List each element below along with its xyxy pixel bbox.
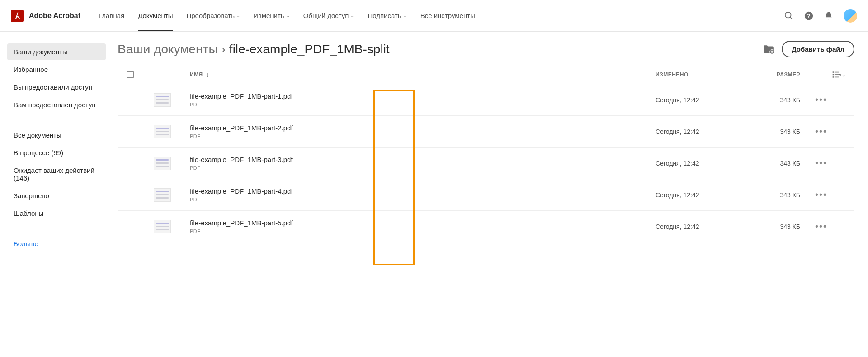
file-type: PDF — [190, 133, 293, 139]
file-name: file-example_PDF_1MB-part-2.pdf — [190, 124, 293, 132]
file-size: 343 КБ — [780, 128, 800, 135]
more-actions-icon[interactable]: ••• — [815, 95, 827, 105]
add-file-button[interactable]: Добавить файл — [782, 41, 854, 57]
brand-name: Adobe Acrobat — [29, 12, 80, 20]
sort-arrow-icon: ↓ — [206, 71, 209, 78]
file-size: 343 КБ — [780, 191, 800, 199]
breadcrumb: Ваши документы › file-example_PDF_1MB-sp… — [118, 42, 390, 57]
topnav-item[interactable]: Подписать⌄ — [368, 0, 406, 31]
breadcrumb-root[interactable]: Ваши документы — [118, 42, 218, 57]
chevron-down-icon: ⌄ — [236, 13, 240, 18]
file-size: 343 КБ — [780, 223, 800, 230]
file-modified: Сегодня, 12:42 — [656, 128, 699, 135]
acrobat-logo-icon — [11, 10, 24, 22]
table-row[interactable]: file-example_PDF_1MB-part-3.pdfPDFСегодн… — [118, 147, 854, 179]
table-row[interactable]: file-example_PDF_1MB-part-5.pdfPDFСегодн… — [118, 210, 854, 242]
svg-rect-13 — [834, 77, 838, 78]
more-actions-icon[interactable]: ••• — [815, 126, 827, 136]
file-size: 343 КБ — [780, 96, 800, 104]
file-type: PDF — [190, 165, 293, 171]
topnav-label: Главная — [99, 12, 124, 19]
topnav-label: Преобразовать — [187, 12, 235, 19]
file-name: file-example_PDF_1MB-part-4.pdf — [190, 187, 293, 195]
topnav-item[interactable]: Преобразовать⌄ — [187, 0, 240, 31]
topnav-label: Все инструменты — [420, 12, 475, 19]
sidebar-item[interactable]: Избранное — [7, 61, 106, 78]
file-thumbnail-icon — [154, 125, 171, 138]
topnav-item[interactable]: Документы — [138, 0, 173, 31]
svg-rect-9 — [834, 72, 838, 73]
topnav-item[interactable]: Главная — [99, 0, 124, 31]
sidebar: Ваши документыИзбранноеВы предоставили д… — [0, 32, 113, 265]
topnav-item[interactable]: Все инструменты — [420, 0, 475, 31]
sidebar-item[interactable]: Вам предоставлен доступ — [7, 96, 106, 113]
sidebar-item[interactable]: Все документы — [7, 127, 106, 143]
sidebar-item[interactable]: Ваши документы — [7, 43, 106, 60]
chevron-down-icon: ⌄ — [350, 13, 354, 18]
sidebar-more-link[interactable]: Больше — [7, 235, 106, 252]
topnav-item[interactable]: Изменить⌄ — [254, 0, 290, 31]
select-all-checkbox[interactable] — [127, 71, 134, 78]
file-type: PDF — [190, 228, 293, 234]
svg-line-1 — [790, 17, 793, 19]
notifications-icon[interactable] — [824, 11, 834, 21]
sidebar-item[interactable]: В процессе (99) — [7, 144, 106, 161]
file-modified: Сегодня, 12:42 — [656, 96, 699, 104]
topnav-label: Документы — [138, 12, 173, 19]
topnav-label: Общий доступ — [303, 12, 349, 19]
file-modified: Сегодня, 12:42 — [656, 191, 699, 199]
more-actions-icon[interactable]: ••• — [815, 221, 827, 231]
table-row[interactable]: file-example_PDF_1MB-part-2.pdfPDFСегодн… — [118, 115, 854, 147]
sidebar-item[interactable]: Завершено — [7, 187, 106, 204]
chevron-down-icon: ⌄ — [842, 72, 846, 77]
file-thumbnail-icon — [154, 93, 171, 107]
table-header: ИМЯ ↓ ИЗМЕНЕНО РАЗМЕР ⌄ — [118, 66, 854, 84]
chevron-down-icon: ⌄ — [286, 13, 290, 18]
breadcrumb-separator: › — [222, 42, 226, 57]
more-actions-icon[interactable]: ••• — [815, 158, 827, 168]
svg-rect-8 — [832, 71, 834, 73]
file-size: 343 КБ — [780, 160, 800, 167]
svg-point-0 — [785, 12, 791, 18]
file-name: file-example_PDF_1MB-part-3.pdf — [190, 156, 293, 163]
help-icon[interactable]: ? — [804, 11, 814, 21]
more-actions-icon[interactable]: ••• — [815, 190, 827, 200]
column-modified-header[interactable]: ИЗМЕНЕНО — [656, 71, 746, 78]
file-thumbnail-icon — [154, 188, 171, 202]
file-modified: Сегодня, 12:42 — [656, 160, 699, 167]
topnav-label: Изменить — [254, 12, 284, 19]
svg-rect-10 — [832, 74, 834, 76]
file-modified: Сегодня, 12:42 — [656, 223, 699, 230]
view-options-icon[interactable]: ⌄ — [827, 70, 845, 79]
file-name: file-example_PDF_1MB-part-1.pdf — [190, 92, 293, 100]
column-size-header[interactable]: РАЗМЕР — [746, 71, 800, 78]
table-row[interactable]: file-example_PDF_1MB-part-1.pdfPDFСегодн… — [118, 84, 854, 115]
table-row[interactable]: file-example_PDF_1MB-part-4.pdfPDFСегодн… — [118, 179, 854, 210]
topnav-label: Подписать — [368, 12, 401, 19]
svg-rect-7 — [771, 51, 773, 52]
main-content: Ваши документы › file-example_PDF_1MB-sp… — [113, 32, 868, 265]
file-type: PDF — [190, 197, 293, 202]
breadcrumb-current: file-example_PDF_1MB-split — [229, 42, 390, 57]
svg-text:?: ? — [807, 12, 811, 19]
sidebar-item[interactable]: Ожидает ваших действий (146) — [7, 162, 106, 186]
header: Adobe Acrobat ГлавнаяДокументыПреобразов… — [0, 0, 868, 32]
topnav-item[interactable]: Общий доступ⌄ — [303, 0, 354, 31]
file-type: PDF — [190, 102, 293, 107]
logo-block: Adobe Acrobat — [11, 10, 80, 22]
column-name-label: ИМЯ — [190, 71, 203, 78]
new-folder-icon[interactable] — [763, 44, 774, 54]
svg-rect-11 — [834, 74, 838, 75]
file-name: file-example_PDF_1MB-part-5.pdf — [190, 219, 293, 227]
top-nav: ГлавнаяДокументыПреобразовать⌄Изменить⌄О… — [99, 0, 475, 31]
header-actions: ? — [784, 9, 857, 23]
chevron-down-icon: ⌄ — [403, 13, 407, 18]
title-row: Ваши документы › file-example_PDF_1MB-sp… — [118, 41, 854, 57]
sidebar-item[interactable]: Вы предоставили доступ — [7, 79, 106, 95]
sidebar-item[interactable]: Шаблоны — [7, 205, 106, 222]
column-name-header[interactable]: ИМЯ ↓ — [190, 71, 656, 78]
search-icon[interactable] — [784, 11, 794, 21]
file-thumbnail-icon — [154, 157, 171, 170]
file-thumbnail-icon — [154, 220, 171, 233]
avatar[interactable] — [844, 9, 857, 23]
